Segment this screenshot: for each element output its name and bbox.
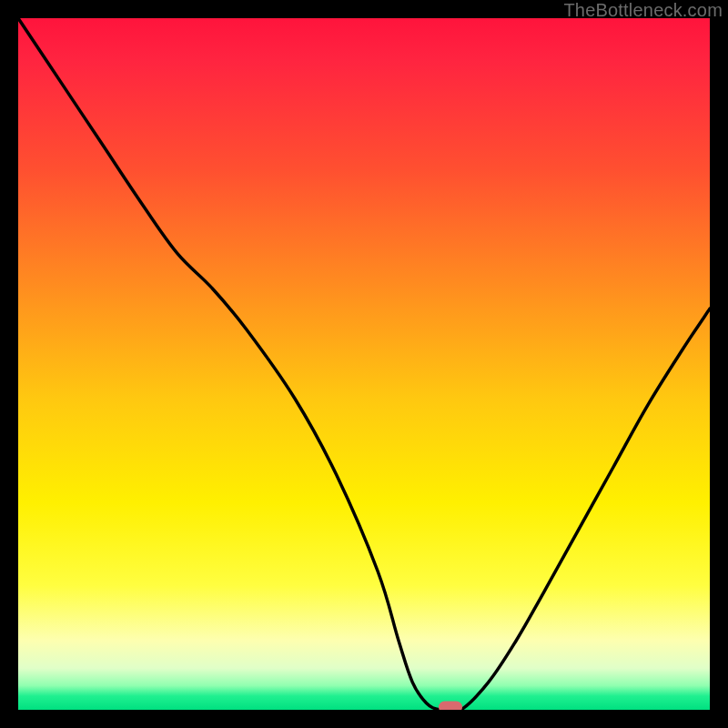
chart-frame: TheBottleneck.com — [0, 0, 728, 728]
plot-area — [18, 18, 710, 710]
bottleneck-curve — [18, 18, 710, 710]
optimal-marker — [439, 702, 462, 711]
